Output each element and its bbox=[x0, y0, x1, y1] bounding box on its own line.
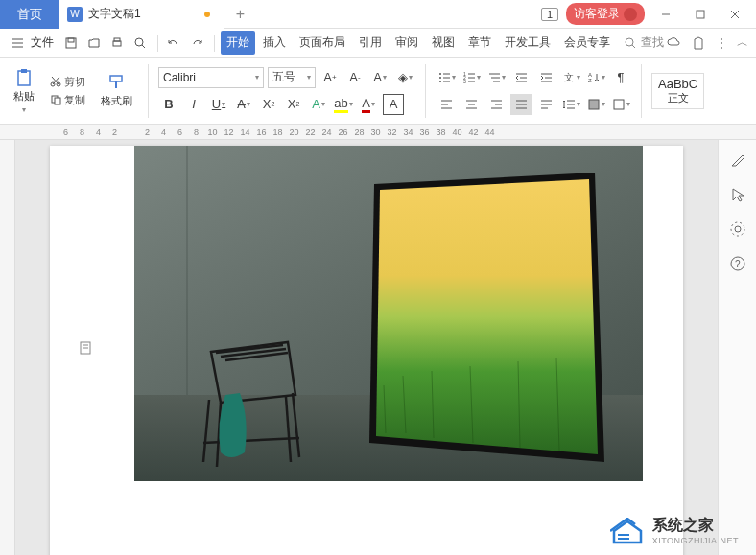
highlight-button[interactable]: ab bbox=[333, 94, 354, 115]
ruler-vertical[interactable] bbox=[0, 140, 15, 555]
login-button[interactable]: 访客登录 bbox=[566, 3, 645, 25]
ribbon-tab-dev-tools[interactable]: 开发工具 bbox=[499, 31, 556, 55]
skin-button[interactable] bbox=[691, 35, 706, 51]
subscript-button[interactable]: X2 bbox=[283, 94, 304, 115]
help-button[interactable]: ? bbox=[729, 255, 746, 272]
show-marks-button[interactable]: ¶ bbox=[610, 67, 631, 88]
change-case-button[interactable]: A bbox=[369, 67, 390, 88]
svg-rect-1 bbox=[697, 11, 704, 18]
minimize-button[interactable] bbox=[652, 1, 679, 28]
bullet-list-button[interactable] bbox=[436, 67, 457, 88]
svg-point-11 bbox=[135, 38, 143, 46]
superscript-button[interactable]: X2 bbox=[258, 94, 279, 115]
shading-icon bbox=[587, 98, 601, 111]
tab-home-label: 首页 bbox=[17, 6, 42, 23]
print-button[interactable] bbox=[107, 34, 127, 53]
clear-format-button[interactable]: ◈ bbox=[394, 67, 415, 88]
format-painter-button[interactable]: 格式刷 bbox=[95, 71, 138, 110]
textdir-icon: 文 bbox=[562, 71, 576, 84]
align-left-icon bbox=[439, 98, 453, 111]
ribbon-tab-start[interactable]: 开始 bbox=[221, 31, 255, 55]
decrease-indent-button[interactable] bbox=[510, 67, 532, 88]
text-effect-button[interactable]: A bbox=[308, 94, 329, 115]
watermark-subtitle: XITONGZHIJIA.NET bbox=[652, 536, 739, 545]
tab-home[interactable]: 首页 bbox=[0, 0, 59, 29]
char-border-button[interactable]: A bbox=[383, 94, 404, 115]
border-button[interactable] bbox=[610, 94, 631, 115]
search-box[interactable]: 查找 bbox=[624, 35, 664, 51]
paste-button[interactable]: 粘贴 ▾ bbox=[8, 66, 40, 116]
ribbon-tab-insert[interactable]: 插入 bbox=[257, 31, 292, 55]
ribbon-tab-page-layout[interactable]: 页面布局 bbox=[294, 31, 351, 55]
cloud-button[interactable] bbox=[666, 35, 681, 51]
undo-button[interactable] bbox=[164, 34, 183, 53]
align-dist-icon bbox=[539, 98, 553, 111]
ribbon-tab-member[interactable]: 会员专享 bbox=[558, 31, 616, 55]
document-canvas[interactable] bbox=[15, 140, 718, 555]
svg-line-20 bbox=[52, 77, 59, 84]
separator bbox=[214, 35, 215, 52]
separator bbox=[157, 35, 158, 52]
ribbon-tab-review[interactable]: 审阅 bbox=[390, 31, 424, 55]
increase-indent-button[interactable] bbox=[535, 67, 556, 88]
tab-add-button[interactable]: + bbox=[224, 6, 256, 23]
font-color-button[interactable]: A bbox=[358, 94, 379, 115]
shrink-font-button[interactable]: A- bbox=[344, 67, 366, 88]
styles-panel[interactable]: AaBbC 正文 bbox=[651, 73, 704, 109]
number-list-button[interactable]: 123 bbox=[461, 67, 482, 88]
inserted-image[interactable] bbox=[134, 146, 643, 481]
italic-button[interactable]: I bbox=[183, 94, 204, 115]
pencil-tool-button[interactable] bbox=[729, 151, 746, 169]
multilevel-list-button[interactable] bbox=[485, 67, 507, 88]
maximize-button[interactable] bbox=[687, 1, 714, 28]
redo-button[interactable] bbox=[187, 34, 206, 53]
page-margin-icon[interactable] bbox=[79, 340, 94, 356]
tab-count-badge[interactable]: 1 bbox=[541, 8, 558, 21]
svg-marker-73 bbox=[376, 179, 598, 454]
ruler-horizontal[interactable]: 6842246810121416182022242628303234363840… bbox=[0, 125, 756, 140]
svg-point-25 bbox=[439, 73, 441, 75]
align-right-button[interactable] bbox=[485, 94, 507, 115]
shading-button[interactable] bbox=[585, 94, 606, 115]
select-tool-button[interactable] bbox=[729, 186, 746, 203]
underline-button[interactable]: U bbox=[208, 94, 229, 115]
menu-hamburger-button[interactable] bbox=[8, 34, 27, 53]
settings-button[interactable] bbox=[729, 220, 746, 238]
strikethrough-button[interactable]: A̶ bbox=[233, 94, 254, 115]
paste-icon bbox=[14, 68, 34, 87]
tab-document[interactable]: W 文字文稿1 bbox=[59, 0, 224, 29]
separator bbox=[425, 64, 426, 118]
collapse-ribbon-button[interactable]: ︿ bbox=[737, 35, 748, 51]
line-spacing-button[interactable] bbox=[560, 94, 581, 115]
svg-line-19 bbox=[53, 77, 59, 84]
svg-point-91 bbox=[735, 226, 741, 232]
close-button[interactable] bbox=[721, 1, 748, 28]
cut-button[interactable]: 剪切 bbox=[46, 74, 89, 90]
bold-button[interactable]: B bbox=[158, 94, 179, 115]
watermark-logo: 系统之家 XITONGZHIJIA.NET bbox=[610, 516, 739, 545]
cursor-icon bbox=[729, 186, 746, 203]
save-button[interactable] bbox=[61, 34, 81, 53]
ribbon-tab-view[interactable]: 视图 bbox=[426, 31, 461, 55]
file-menu[interactable]: 文件 bbox=[31, 35, 54, 51]
separator bbox=[641, 64, 642, 118]
page[interactable] bbox=[50, 146, 683, 555]
align-left-button[interactable] bbox=[436, 94, 457, 115]
sort-button[interactable]: AZ bbox=[585, 67, 606, 88]
font-family-select[interactable]: Calibri▾ bbox=[158, 67, 264, 88]
align-distribute-button[interactable] bbox=[535, 94, 556, 115]
open-button[interactable] bbox=[84, 34, 104, 53]
text-direction-button[interactable]: 文 bbox=[560, 67, 581, 88]
font-size-select[interactable]: 五号▾ bbox=[268, 67, 316, 88]
avatar-icon bbox=[624, 8, 637, 21]
multilevel-icon bbox=[487, 71, 501, 84]
grow-font-button[interactable]: A+ bbox=[319, 67, 341, 88]
preview-button[interactable] bbox=[130, 34, 150, 53]
ribbon-tab-chapter[interactable]: 章节 bbox=[462, 31, 497, 55]
align-center-button[interactable] bbox=[461, 94, 482, 115]
ribbon-tab-references[interactable]: 引用 bbox=[353, 31, 388, 55]
copy-button[interactable]: 复制 bbox=[46, 92, 89, 108]
align-justify-button[interactable] bbox=[510, 94, 532, 115]
separator bbox=[148, 64, 149, 118]
more-button[interactable]: ⋮ bbox=[716, 36, 727, 50]
